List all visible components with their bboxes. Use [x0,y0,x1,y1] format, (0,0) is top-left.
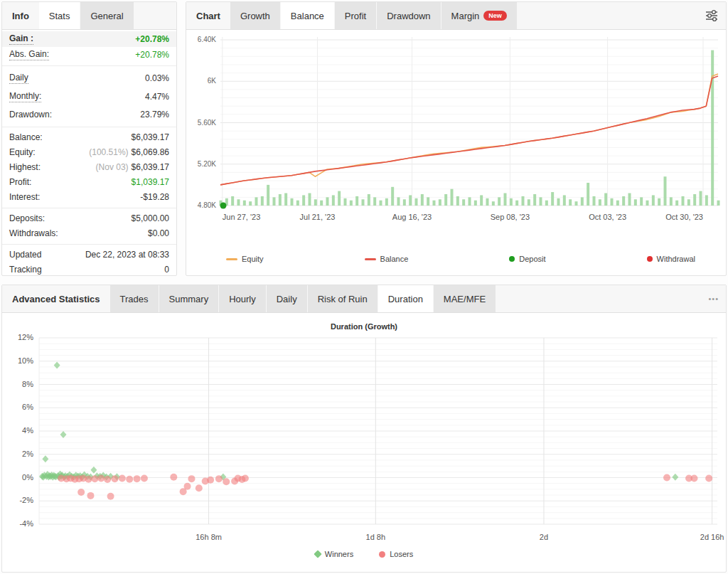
stat-value-highest: (Nov 03)$6,039.17 [96,162,169,173]
svg-text:Oct 03, '23: Oct 03, '23 [589,213,626,221]
tab-mae-mfe[interactable]: MAE/MFE [434,285,496,312]
stat-value-interest: -$19.28 [140,192,169,203]
stat-label-abs-gain[interactable]: Abs. Gain: [9,49,49,60]
stat-label-interest: Interest: [9,192,40,203]
tab-margin[interactable]: MarginNew [441,2,518,29]
tab-hourly[interactable]: Hourly [219,285,267,312]
stat-label-profit: Profit: [9,177,31,188]
svg-text:1d 8h: 1d 8h [366,533,386,541]
tab-drawdown[interactable]: Drawdown [377,2,441,29]
tab-info[interactable]: Info [2,2,39,29]
legend-item-losers[interactable]: Losers [379,550,413,558]
stat-row-monthly: Monthly: 4.47% [2,87,176,106]
stat-value-abs-gain: +20.78% [135,50,169,60]
tab-daily[interactable]: Daily [267,285,308,312]
tab-balance[interactable]: Balance [281,2,335,29]
legend-label-balance: Balance [380,255,409,263]
svg-text:6%: 6% [22,403,33,411]
tab-stats[interactable]: Stats [39,2,81,29]
stat-value-daily: 0.03% [145,73,169,84]
balance-line-swatch [365,258,376,260]
divider [2,127,176,127]
svg-text:2d: 2d [540,533,548,541]
more-options-icon[interactable]: ••• [708,294,719,303]
chart-settings-icon[interactable] [705,9,719,22]
svg-text:-4%: -4% [19,519,33,528]
stat-row-highest: Highest: (Nov 03)$6,039.17 [2,160,176,175]
legend-label-withdrawal: Withdrawal [657,255,695,263]
svg-text:Aug 16, '23: Aug 16, '23 [392,213,432,221]
stat-row-gain: Gain : +20.78% [2,31,176,47]
svg-text:Sep 08, '23: Sep 08, '23 [491,213,530,221]
stat-value-profit: $1,039.17 [132,177,169,188]
balance-chart-panel: Chart Growth Balance Profit Drawdown Mar… [186,1,727,276]
stat-row-abs-gain: Abs. Gain: +20.78% [2,47,176,63]
tab-general[interactable]: General [80,2,134,29]
stat-label-tracking: Tracking [9,265,42,275]
legend-item-equity[interactable]: Equity [226,255,264,263]
svg-text:2%: 2% [22,450,33,458]
stat-value-equity-pct: (100.51%) [89,147,128,157]
svg-text:16h 8m: 16h 8m [196,533,222,541]
stat-label-balance: Balance: [9,132,43,143]
chart-tabbar: Chart Growth Balance Profit Drawdown Mar… [186,2,726,30]
svg-text:5.20K: 5.20K [198,160,216,168]
stat-value-updated: Dec 22, 2023 at 08:33 [85,250,169,260]
duration-chart-title: Duration (Growth) [2,322,726,331]
tab-margin-label: Margin [451,11,480,21]
svg-text:12%: 12% [18,333,33,341]
tab-risk-of-ruin[interactable]: Risk of Ruin [308,285,378,312]
deposit-dot-swatch [509,256,515,262]
balance-chart-legend: Equity Balance Deposit Withdrawal [226,255,695,263]
stats-tabbar: Info Stats General [2,2,176,30]
legend-item-withdrawal[interactable]: Withdrawal [647,255,695,263]
legend-item-balance[interactable]: Balance [365,255,409,263]
losers-circle-swatch [379,551,385,558]
tab-chart[interactable]: Chart [186,2,230,29]
legend-label-equity: Equity [242,255,264,263]
legend-item-deposit[interactable]: Deposit [509,255,545,263]
balance-equity-chart: Jun 27, '23Jul 21, '23Aug 16, '23Sep 08,… [186,30,726,252]
tab-advanced-statistics[interactable]: Advanced Statistics [2,285,110,312]
new-badge: New [483,11,507,21]
divider [2,244,176,245]
stat-row-deposits: Deposits: $5,000.00 [2,211,176,226]
stat-label-daily[interactable]: Daily [9,73,28,84]
divider [2,208,176,208]
tab-profit[interactable]: Profit [335,2,377,29]
stat-value-drawdown: 23.79% [140,110,169,120]
duration-scatter-chart: 16h 8m1d 8h2d2d 16h12%10%8%6%4%2%0%-2%-4… [2,331,726,548]
stat-label-equity: Equity: [9,147,36,158]
stat-row-tracking: Tracking 0 [2,262,176,276]
stat-value-deposits: $5,000.00 [132,213,169,224]
legend-item-winners[interactable]: Winners [315,550,353,558]
stat-row-equity: Equity: (100.51%)$6,069.86 [2,145,176,160]
svg-text:8%: 8% [22,380,33,388]
stat-value-balance: $6,039.17 [132,132,169,143]
svg-text:6.40K: 6.40K [198,36,216,43]
advanced-statistics-panel: Advanced Statistics Trades Summary Hourl… [1,285,727,573]
tab-summary[interactable]: Summary [159,285,220,312]
tab-trades[interactable]: Trades [110,285,159,312]
stat-row-withdrawals: Withdrawals: $0.00 [2,226,176,241]
legend-label-deposit: Deposit [519,255,545,263]
stat-row-daily: Daily 0.03% [2,69,176,87]
svg-text:5.60K: 5.60K [198,119,216,127]
stat-label-drawdown: Drawdown: [9,110,52,120]
legend-label-winners: Winners [325,550,353,558]
stat-row-drawdown: Drawdown: 23.79% [2,106,176,124]
svg-text:Jul 21, '23: Jul 21, '23 [300,213,336,221]
tab-growth[interactable]: Growth [230,2,281,29]
stat-label-gain[interactable]: Gain : [9,33,33,45]
stat-value-equity: (100.51%)$6,069.86 [89,147,169,158]
stat-value-highest-date: (Nov 03) [96,162,129,172]
sliders-icon-glyph [705,9,719,22]
account-stats-panel: Info Stats General Gain : +20.78% Abs. G… [1,1,177,276]
stat-label-updated: Updated [9,250,41,260]
stat-row-interest: Interest: -$19.28 [2,190,176,205]
advanced-stats-tabbar: Advanced Statistics Trades Summary Hourl… [2,285,726,313]
svg-text:0%: 0% [22,473,33,482]
stat-label-monthly[interactable]: Monthly: [9,91,41,102]
tab-duration[interactable]: Duration [378,285,434,312]
winners-diamond-swatch [314,550,321,558]
